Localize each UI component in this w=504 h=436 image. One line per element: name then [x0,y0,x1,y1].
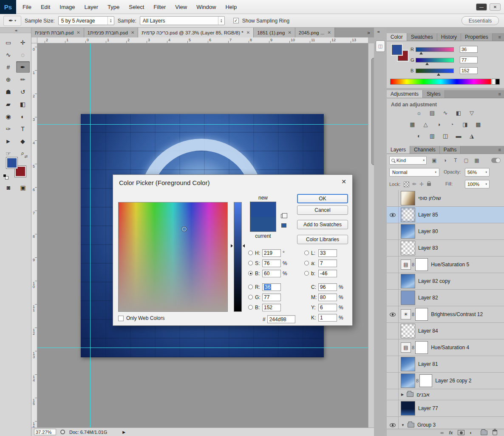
lasso-tool[interactable]: ∿ [2,49,15,60]
layer-filtering-toggle[interactable] [491,158,501,163]
path-selection-tool[interactable]: ► [2,135,15,147]
adjustment-layer-thumbnail[interactable]: ☀ [401,309,411,319]
move-tool[interactable]: ✛ [16,37,30,48]
filter-smart-objects-icon[interactable]: ▦ [473,157,481,164]
channel-slider[interactable] [416,58,454,63]
opacity-dropdown[interactable]: 56% ▾ [465,168,490,177]
invert-adjustment-icon[interactable]: ◐ [414,131,424,140]
sample-dropdown[interactable]: All Layers ▴▾ [140,16,225,25]
slider-thumb-icon[interactable] [419,52,423,54]
g-radio[interactable] [248,295,253,299]
show-sampling-ring-checkbox[interactable]: ✓ [233,18,239,23]
web-gamut-warning-icon[interactable] [281,214,285,218]
layer-thumbnail[interactable] [401,274,415,288]
lock-all-icon[interactable] [427,183,431,186]
menu-layer[interactable]: Layer [80,0,103,14]
healing-brush-tool[interactable]: ⊕ [2,74,15,85]
tab-overflow-button[interactable]: » [363,28,374,37]
levels-adjustment-icon[interactable]: ▤ [427,108,437,117]
layer-row[interactable]: Layer 85 [387,207,504,223]
posterize-adjustment-icon[interactable]: ▥ [427,131,437,140]
lock-position-icon[interactable]: ✛ [419,181,424,187]
eyedropper-tool[interactable]: ✒ [16,61,30,73]
panel-tab-color[interactable]: Color [387,33,407,41]
visibility-toggle[interactable] [387,339,399,356]
document-tab[interactable]: כריכה קדמית.psd @ 37.3% (Layer 85, RGB/8… [138,28,254,37]
visibility-toggle[interactable] [387,373,399,389]
ok-button[interactable]: OK [297,194,348,203]
s-input[interactable]: 76 [262,259,281,267]
layer-row[interactable]: Layer 82 copy [387,273,504,290]
menu-window[interactable]: Window [192,0,221,14]
slider-thumb-icon[interactable] [425,63,429,65]
link-layers-icon[interactable]: ∞ [441,430,444,435]
tab-close-icon[interactable]: ✕ [76,30,80,35]
tab-close-icon[interactable]: ✕ [288,30,291,35]
brightness-slider[interactable] [234,202,242,312]
c-input[interactable]: 96 [318,283,337,291]
default-colors-icon[interactable] [3,174,8,180]
color-libraries-button[interactable]: Color Libraries [297,235,348,244]
k-input[interactable]: 1 [318,314,337,322]
channel-value-field[interactable]: 152 [460,67,478,74]
a-radio[interactable] [304,261,309,265]
foreground-color-swatch[interactable] [6,157,17,168]
channel-mixer-adjustment-icon[interactable]: ◨ [460,120,470,128]
menu-view[interactable]: View [170,0,192,14]
r-input[interactable]: 36 [262,283,281,291]
channel-slider[interactable] [416,47,454,52]
panel-tab-layers[interactable]: Layers [387,146,410,154]
layer-mask-thumbnail[interactable] [415,308,428,321]
status-expand-arrow[interactable]: ▶ [122,430,125,434]
panel-tab-styles[interactable]: Styles [423,90,445,98]
pen-tool[interactable]: ✑ [2,123,15,134]
layer-row[interactable]: ▼Group 3 [387,417,504,429]
panel-menu-icon[interactable]: ≡ [498,146,504,154]
menu-help[interactable]: Help [221,0,241,14]
visibility-toggle[interactable] [387,290,399,306]
clone-stamp-tool[interactable]: ☗ [2,86,15,97]
layer-row[interactable]: ▤8Hue/Saturation 4 [387,339,504,356]
blur-tool[interactable]: ◉ [2,111,15,122]
spinner-icon[interactable]: ▴▾ [218,17,224,25]
m-input[interactable]: 80 [318,294,337,301]
disclosure-triangle-icon[interactable]: ▼ [401,423,405,427]
fill-dropdown[interactable]: 100% ▾ [465,180,490,188]
horizontal-guide[interactable] [37,124,368,125]
vertical-scrollbar[interactable] [368,43,374,427]
layer-row[interactable]: Layer 77 [387,400,504,417]
quick-mask-button[interactable]: ◙ [2,182,15,193]
l-input[interactable]: 33 [318,249,337,257]
menu-file[interactable]: File [18,0,36,14]
document-tab[interactable]: 2045.png ...✕ [295,28,335,37]
color-lookup-adjustment-icon[interactable]: ▩ [473,120,484,128]
panel-tab-adjustments[interactable]: Adjustments [387,90,423,98]
layer-style-icon[interactable]: fx [449,430,453,435]
layer-thumbnail[interactable] [401,357,415,371]
visibility-toggle[interactable] [387,389,399,400]
visibility-toggle[interactable] [387,323,399,339]
selective-color-adjustment-icon[interactable]: ◮ [467,131,477,140]
s-radio[interactable] [248,261,253,265]
g-input[interactable]: 77 [262,294,281,301]
close-button[interactable]: ✕ [490,3,501,11]
horizontal-guide[interactable] [37,348,368,348]
visibility-toggle[interactable] [387,417,399,429]
document-tab[interactable]: 1851 (1).png✕ [254,28,295,37]
screen-mode-button[interactable]: ▣ [16,182,30,193]
slider-thumb-icon[interactable] [437,73,440,76]
layer-mask-thumbnail[interactable] [415,258,428,271]
cancel-button[interactable]: Cancel [297,205,348,215]
threshold-adjustment-icon[interactable]: ◫ [440,131,450,140]
panel-tab-history[interactable]: History [437,33,461,41]
layer-thumbnail[interactable] [401,191,415,205]
menu-select[interactable]: Select [124,0,149,14]
layer-thumbnail[interactable] [401,291,415,305]
current-color-swatch[interactable] [250,217,276,232]
channel-value-field[interactable]: 77 [460,57,478,63]
dodge-tool[interactable]: ◐ [16,111,30,122]
layer-row[interactable]: שולחן סופי [387,190,504,207]
filter-pixel-layers-icon[interactable]: ▣ [430,157,439,164]
visibility-toggle[interactable] [387,240,399,256]
slider-arrow-icon[interactable] [231,244,233,248]
